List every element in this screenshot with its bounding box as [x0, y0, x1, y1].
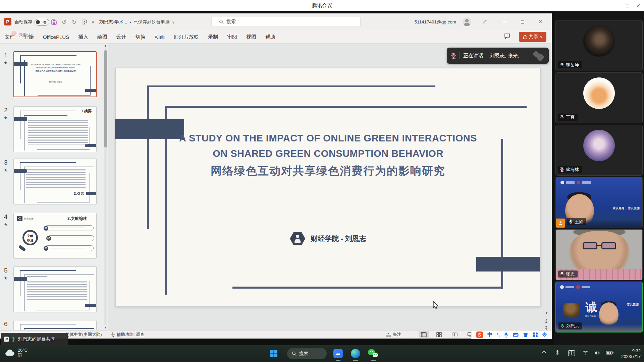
search-input[interactable]: 搜索	[211, 17, 361, 27]
document-title[interactable]: 刘恩志-学术... • 已保存到这台电脑 ∨	[99, 19, 174, 25]
notes-toggle[interactable]: 备注	[386, 332, 401, 338]
ppt-minimize-button[interactable]	[500, 19, 510, 24]
meeting-minimize-button[interactable]	[612, 3, 622, 8]
minimize-icon	[615, 6, 619, 6]
screen-share-indicator[interactable]: 刘恩志的屏幕共享	[1, 333, 68, 345]
taskbar-app-tencent-meeting[interactable]	[333, 348, 343, 359]
taskbar-app-wechat[interactable]	[368, 348, 378, 359]
tab-slideshow[interactable]: 幻灯片放映	[174, 34, 199, 40]
scroll-down-icon[interactable]: ▼	[104, 326, 107, 329]
next-slide-button[interactable]: ▼▼	[545, 326, 548, 330]
weather-widget[interactable]: 26°C 阴	[5, 348, 28, 357]
meeting-maximize-button[interactable]	[623, 3, 633, 8]
taskbar-app-edge[interactable]	[350, 348, 361, 359]
running-indicator	[371, 360, 376, 361]
tray-wifi-button[interactable]	[582, 351, 589, 355]
previous-slide-button[interactable]: ▲▲	[545, 318, 548, 323]
minimize-icon	[503, 22, 507, 22]
saved-status: 已保存到这台电脑	[133, 19, 170, 25]
participant-tile[interactable]: 张光	[555, 229, 643, 280]
tray-mic-button[interactable]	[555, 350, 559, 355]
tab-transitions[interactable]: 切换	[136, 34, 146, 40]
participant-tile[interactable]: 王爽	[555, 72, 643, 123]
tray-ime-mode[interactable]: 中	[568, 350, 575, 356]
slide-thumbnail-5[interactable]	[13, 266, 97, 312]
tab-insert[interactable]: 插入	[78, 34, 88, 40]
accessibility-status[interactable]: 辅助功能: 调查	[111, 332, 144, 338]
taskbar-clock[interactable]: 9:32 2023/7/17	[621, 348, 641, 359]
undo-button[interactable]: ↺	[60, 18, 68, 26]
meeting-close-button[interactable]	[633, 3, 643, 8]
tab-draw[interactable]: 绘图	[97, 34, 107, 40]
reading-view-button[interactable]	[449, 331, 460, 338]
current-slide[interactable]: A STUDY ON THE IMPACT OF ONLINE GREEN IN…	[116, 68, 540, 306]
slide-thumbnail-3[interactable]: 2.引言	[13, 159, 97, 204]
slide-title-en-line2: ON SHARED GREEN CONSUMPTION BEHAVIOR	[116, 148, 540, 159]
tab-view[interactable]: 视图	[246, 34, 256, 40]
mouse-cursor	[433, 301, 438, 311]
participant-tile-active-speaker[interactable]: 诚 HONEST 信以立德 刘恩志	[555, 282, 643, 333]
recording-badge: 录制中	[19, 32, 32, 38]
ime-toolbar[interactable]: S 中 °,	[471, 330, 552, 339]
scrollbar-thumb[interactable]	[104, 50, 107, 147]
tab-officeplus[interactable]: OfficePLUS	[43, 34, 69, 40]
ime-settings-icon[interactable]	[542, 332, 547, 337]
tray-volume-button[interactable]	[594, 351, 600, 355]
participant-face	[569, 231, 630, 275]
tab-animations[interactable]: 动画	[155, 34, 165, 40]
mic-on-icon	[560, 272, 564, 277]
autosave-toggle[interactable]: 自动保存 关	[15, 19, 49, 25]
participant-name: 鞠岳坤	[566, 63, 579, 67]
inking-button[interactable]	[480, 19, 490, 24]
participant-tile[interactable]: 储海林	[555, 125, 643, 176]
comments-button[interactable]	[502, 33, 512, 39]
thumb-section-title: 3.文献综述	[67, 216, 87, 222]
participant-name-chip: 刘恩志	[558, 322, 582, 329]
share-button[interactable]: 共享 ∨	[519, 32, 546, 42]
taskbar-search[interactable]: 搜索	[287, 348, 327, 359]
language-status[interactable]: 简体中文(中国大陆)	[65, 332, 102, 338]
account-avatar[interactable]	[463, 17, 471, 26]
slide-sorter-view-button[interactable]	[434, 331, 444, 338]
tray-overflow-button[interactable]	[542, 351, 546, 353]
sogou-logo-icon[interactable]: S	[476, 331, 483, 338]
ime-keyboard-icon[interactable]	[513, 333, 519, 337]
person-icon	[558, 221, 563, 226]
normal-view-button[interactable]	[419, 331, 429, 338]
ime-cn-mode-icon[interactable]: 中	[487, 331, 492, 338]
slide-thumbnail-1[interactable]: A STUDY ON THE IMPACT OF ONLINE GREEN IN…	[13, 51, 97, 97]
participant-name-chip: 储海林	[558, 166, 582, 173]
ime-punctuation-icon[interactable]: °,	[497, 333, 500, 337]
tab-help[interactable]: 帮助	[265, 34, 275, 40]
save-button[interactable]	[50, 18, 58, 26]
tab-review[interactable]: 审阅	[227, 34, 237, 40]
autosave-switch[interactable]: 关	[35, 19, 49, 25]
ime-toolbox-icon[interactable]	[533, 333, 538, 337]
slide-title-cn: 网络绿色互动对共享绿色消费行为的影响研究	[116, 164, 540, 179]
start-button[interactable]	[268, 348, 279, 359]
chevron-up-icon	[542, 351, 546, 353]
video-banner-text: 诚以修身，信以立德	[612, 206, 640, 210]
tray-battery-button[interactable]	[606, 351, 614, 355]
start-slideshow-button[interactable]	[80, 18, 89, 26]
participant-tile[interactable]: 鞠岳坤	[555, 20, 643, 71]
qat-customize-button[interactable]: ∨	[89, 18, 97, 26]
ime-skin-icon[interactable]	[523, 333, 528, 337]
ppt-restore-button[interactable]	[518, 19, 528, 24]
doc-name: 刘恩志-学术...	[99, 19, 127, 25]
tab-record[interactable]: 录制	[208, 34, 218, 40]
account-email[interactable]: 511417491@qq.com	[414, 19, 456, 24]
clock-time: 9:32	[621, 348, 641, 354]
ppt-close-button[interactable]	[536, 19, 546, 24]
ppt-content-area: 1 ★ 2 ★ 3 ★ 4 ★ 5 ★ 6 ★	[0, 44, 552, 330]
thumbnail-scrollbar[interactable]	[104, 48, 107, 325]
ime-voice-icon[interactable]	[504, 332, 508, 338]
tab-design[interactable]: 设计	[116, 34, 126, 40]
canvas-scroll-down-icon[interactable]: ▼	[545, 312, 548, 315]
redo-button[interactable]: ↻	[70, 18, 78, 26]
slide-thumbnail-2[interactable]: 1.摘要	[13, 106, 97, 152]
scroll-up-icon[interactable]: ▲	[104, 44, 107, 47]
slide-thumbnail-6[interactable]	[13, 320, 97, 330]
slide-thumbnail-4[interactable]: 研究综述 3.文献综述 文献 综述 01 02	[13, 213, 97, 259]
participant-tile[interactable]: 诚以修身，信以立德 王欣	[555, 177, 643, 228]
